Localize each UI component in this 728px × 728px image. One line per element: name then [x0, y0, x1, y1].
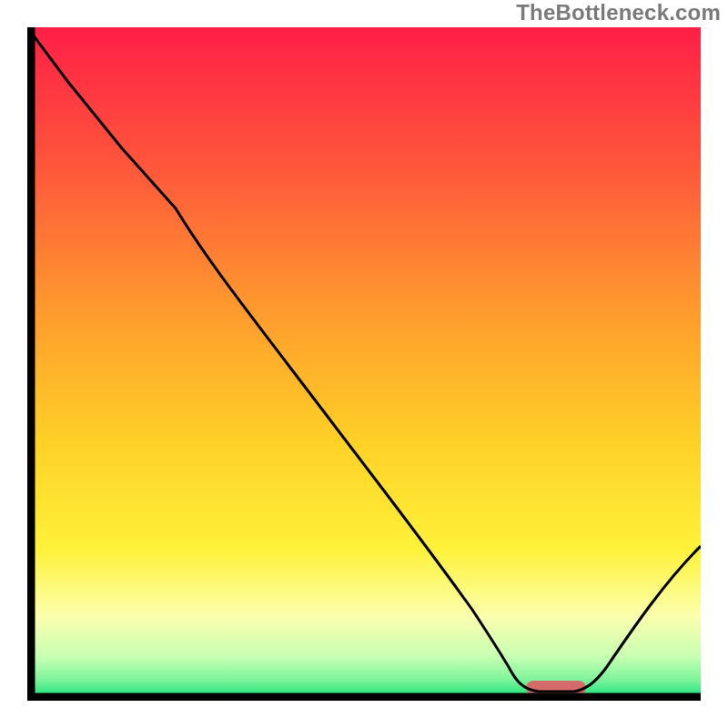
- plot-area: [27, 27, 701, 701]
- watermark-text: TheBottleneck.com: [516, 0, 721, 25]
- chart-stage: TheBottleneck.com: [0, 0, 728, 728]
- gradient-background: [31, 27, 701, 697]
- chart-svg: [27, 27, 701, 701]
